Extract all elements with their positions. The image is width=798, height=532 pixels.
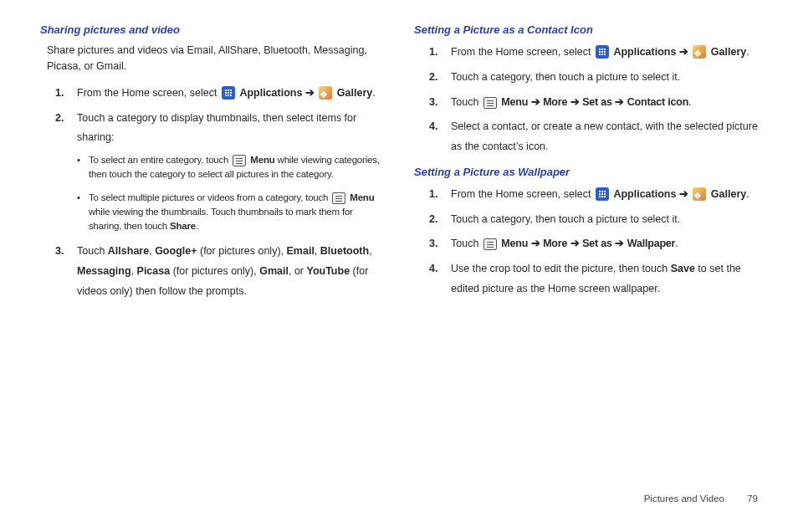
menu-icon <box>332 192 345 204</box>
allshare-label: Allshare <box>108 245 149 257</box>
step-text: Touch <box>451 238 478 249</box>
menu-icon <box>483 238 497 250</box>
step-text: From the Home screen, select <box>451 188 591 200</box>
picasa-label: Picasa <box>137 265 171 277</box>
share-label: Share <box>170 221 196 231</box>
step-1: From the Home screen, select Application… <box>414 185 758 205</box>
gallery-label: Gallery <box>711 46 746 58</box>
menu-label: Menu <box>501 96 528 108</box>
step-2: Touch a category, then touch a picture t… <box>414 210 758 230</box>
applications-icon <box>596 45 609 59</box>
save-label: Save <box>671 263 695 274</box>
gallery-icon <box>693 187 706 201</box>
email-label: Email <box>287 245 315 257</box>
menu-label: Menu <box>250 155 274 165</box>
intro-paragraph: Share pictures and videos via Email, All… <box>47 43 384 75</box>
heading-contact-icon: Setting a Picture as a Contact Icon <box>414 23 758 36</box>
wallpaper-label: Wallpaper <box>627 238 675 249</box>
step-2: Touch a category, then touch a picture t… <box>414 68 758 88</box>
gmail-label: Gmail <box>259 265 289 277</box>
applications-label: Applications <box>613 188 676 200</box>
gallery-label: Gallery <box>711 188 746 200</box>
left-column: Sharing pictures and video Share picture… <box>40 23 384 310</box>
menu-label: Menu <box>350 192 374 202</box>
page-footer: Pictures and Video 79 <box>644 494 758 504</box>
step-2: Touch a category to display thumbnails, … <box>40 109 384 234</box>
more-label: More <box>543 96 567 108</box>
heading-sharing: Sharing pictures and video <box>40 23 384 36</box>
setas-label: Set as <box>582 238 612 249</box>
step-3: Touch Menu ➔ More ➔ Set as ➔ Wallpaper. <box>414 234 758 254</box>
step-text: Touch a category, then touch a picture t… <box>451 71 680 83</box>
bullet-2: To select multiple pictures or videos fr… <box>77 191 384 234</box>
arrow-icon: ➔ <box>615 238 624 249</box>
heading-wallpaper: Setting a Picture as Wallpaper <box>414 166 758 178</box>
youtube-label: YouTube <box>306 265 350 277</box>
googleplus-label: Google+ <box>155 245 197 257</box>
arrow-icon: ➔ <box>679 188 688 200</box>
gallery-icon <box>319 86 332 100</box>
manual-page: Sharing pictures and video Share picture… <box>0 0 798 532</box>
arrow-icon: ➔ <box>570 96 580 108</box>
step-1: From the Home screen, select Application… <box>40 84 384 104</box>
step-1: From the Home screen, select Application… <box>414 43 758 63</box>
arrow-icon: ➔ <box>679 46 688 58</box>
or-text: , or <box>289 265 304 277</box>
step-4: Use the crop tool to edit the picture, t… <box>414 259 758 299</box>
step-text: Select a contact, or create a new contac… <box>451 120 758 152</box>
arrow-icon: ➔ <box>615 96 624 108</box>
more-label: More <box>543 238 567 249</box>
step-text: Touch <box>77 245 105 257</box>
applications-label: Applications <box>239 87 302 99</box>
step-text: From the Home screen, select <box>451 46 591 58</box>
page-number: 79 <box>747 494 758 504</box>
menu-icon <box>233 155 246 166</box>
gallery-icon <box>693 45 706 59</box>
step-4: Select a contact, or create a new contac… <box>414 117 758 157</box>
note-text: (for pictures only), <box>173 265 257 277</box>
step-text: Touch a category, then touch a picture t… <box>451 213 680 225</box>
arrow-icon: ➔ <box>305 87 315 99</box>
contacticon-label: Contact icon <box>627 96 688 108</box>
sharing-steps: From the Home screen, select Application… <box>40 84 384 302</box>
step-3: Touch Allshare, Google+ (for pictures on… <box>40 242 384 301</box>
arrow-icon: ➔ <box>531 96 540 108</box>
bullet-text: while viewing the thumbnails. Touch thum… <box>89 207 353 231</box>
messaging-label: Messaging <box>77 265 131 277</box>
menu-label: Menu <box>501 238 528 249</box>
footer-section: Pictures and Video <box>644 494 724 504</box>
two-column-layout: Sharing pictures and video Share picture… <box>40 23 758 310</box>
arrow-icon: ➔ <box>531 238 540 249</box>
applications-icon <box>596 187 609 201</box>
bluetooth-label: Bluetooth <box>320 245 369 257</box>
bullet-1: To select an entire category, touch Menu… <box>77 153 384 182</box>
step-text: From the Home screen, select <box>77 87 217 99</box>
sub-bullets: To select an entire category, touch Menu… <box>77 153 384 233</box>
applications-label: Applications <box>613 46 676 58</box>
step-3: Touch Menu ➔ More ➔ Set as ➔ Contact ico… <box>414 93 758 113</box>
step-text: Use the crop tool to edit the picture, t… <box>451 263 668 274</box>
arrow-icon: ➔ <box>570 238 580 249</box>
step-text: Touch a category to display thumbnails, … <box>77 112 356 144</box>
step-text: Touch <box>451 96 478 108</box>
bullet-text: To select multiple pictures or videos fr… <box>89 192 328 202</box>
wallpaper-steps: From the Home screen, select Application… <box>414 185 758 299</box>
applications-icon <box>222 86 235 100</box>
gallery-label: Gallery <box>337 87 372 99</box>
right-column: Setting a Picture as a Contact Icon From… <box>414 23 758 310</box>
note-text: (for pictures only), <box>200 245 284 257</box>
menu-icon <box>483 97 497 109</box>
contact-icon-steps: From the Home screen, select Application… <box>414 43 758 157</box>
bullet-text: To select an entire category, touch <box>89 155 228 165</box>
setas-label: Set as <box>582 96 612 108</box>
